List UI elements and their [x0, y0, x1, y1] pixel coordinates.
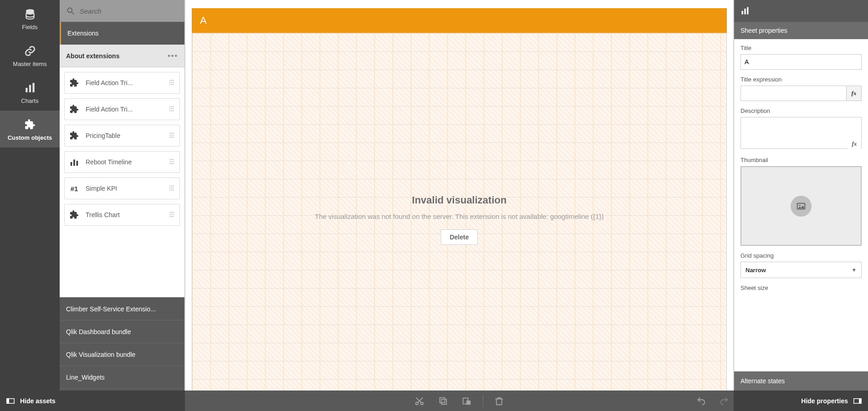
bundle-item[interactable]: Climber Self-Service Extensio... [60, 297, 184, 320]
extension-item[interactable]: Reboot Timeline [64, 151, 180, 173]
svg-point-43 [173, 161, 174, 162]
panel-left-icon [6, 398, 15, 404]
title-label: Title [740, 45, 862, 51]
extension-name: Simple KPI [86, 185, 162, 192]
drag-handle-icon[interactable] [168, 185, 175, 193]
nav-master-items[interactable]: Master items [0, 37, 60, 74]
sheet-properties-header[interactable]: Sheet properties [734, 22, 868, 39]
svg-point-61 [173, 213, 174, 214]
description-group: Description fx [740, 107, 862, 150]
nav-charts-label: Charts [21, 97, 38, 104]
extension-item[interactable]: Field Action Tri... [64, 98, 180, 120]
svg-point-46 [173, 163, 174, 164]
extension-item[interactable]: PricingTable [64, 125, 180, 147]
svg-point-8 [169, 80, 170, 81]
svg-point-31 [173, 134, 174, 135]
hide-assets-button[interactable]: Hide assets [0, 391, 185, 411]
drag-handle-icon[interactable] [168, 211, 175, 219]
about-extensions-label: About extensions [66, 52, 119, 60]
svg-point-23 [169, 110, 170, 111]
alternate-states-row[interactable]: Alternate states [734, 371, 868, 391]
chevron-down-icon: ▼ [852, 267, 857, 273]
svg-point-49 [173, 185, 174, 186]
properties-header [734, 0, 868, 22]
description-input[interactable] [740, 117, 862, 149]
description-label: Description [740, 107, 862, 114]
hash-icon: #1 [69, 183, 79, 193]
puzzle-icon [69, 131, 79, 141]
assets-panel: Extensions About extensions ••• Field Ac… [60, 0, 185, 411]
svg-rect-1 [26, 88, 27, 92]
title-field-group: Title [740, 45, 862, 70]
description-wrap: fx [740, 117, 862, 150]
svg-point-10 [173, 80, 174, 81]
barchart-icon [740, 6, 750, 15]
svg-point-51 [171, 187, 172, 188]
drag-handle-icon[interactable] [168, 106, 175, 113]
svg-point-27 [171, 132, 172, 133]
paste-icon[interactable] [462, 396, 472, 406]
properties-body: Title Title expression fx Description fx… [734, 39, 868, 371]
svg-point-60 [171, 213, 172, 214]
svg-point-22 [173, 108, 174, 109]
fx-button[interactable]: fx [846, 86, 862, 101]
svg-point-62 [169, 216, 170, 217]
extension-item[interactable]: Field Action Tri... [64, 72, 180, 94]
fx-button[interactable]: fx [848, 138, 861, 150]
svg-point-26 [169, 132, 170, 133]
drag-handle-icon[interactable] [168, 132, 175, 140]
svg-point-9 [171, 80, 172, 81]
invalid-visualization: Invalid visualization The visualization … [315, 194, 603, 245]
svg-point-63 [171, 216, 172, 217]
extension-item[interactable]: Trellis Chart [64, 204, 180, 226]
svg-rect-65 [742, 11, 743, 15]
nav-charts[interactable]: Charts [0, 74, 60, 111]
extension-item[interactable]: #1 Simple KPI [64, 178, 180, 199]
database-icon [24, 8, 36, 20]
svg-rect-2 [29, 85, 31, 92]
drag-handle-icon[interactable] [168, 79, 175, 87]
svg-rect-37 [77, 161, 78, 166]
about-extensions-row[interactable]: About extensions ••• [60, 45, 184, 67]
bundle-item[interactable]: Line_Widgets [60, 365, 184, 388]
sheet-grid[interactable]: Invalid visualization The visualization … [192, 33, 727, 406]
bundle-item[interactable]: Qlik Dashboard bundle [60, 320, 184, 343]
redo-icon[interactable] [719, 396, 729, 406]
grid-spacing-select[interactable]: Narrow ▼ [740, 262, 862, 278]
svg-point-17 [169, 106, 170, 107]
svg-point-21 [171, 108, 172, 109]
bundle-item[interactable]: Qlik Visualization bundle [60, 343, 184, 365]
svg-rect-75 [441, 399, 446, 404]
svg-point-44 [169, 163, 170, 164]
title-expr-label: Title expression [740, 76, 862, 83]
drag-handle-icon[interactable] [168, 158, 175, 166]
title-expr-wrap: fx [740, 86, 862, 101]
svg-point-58 [173, 212, 174, 213]
title-expr-input[interactable] [740, 86, 846, 101]
search-icon [66, 6, 75, 15]
delete-button[interactable]: Delete [441, 229, 477, 245]
nav-custom-objects[interactable]: Custom objects [0, 111, 60, 147]
extension-name: PricingTable [86, 132, 162, 139]
svg-point-56 [169, 212, 170, 213]
grid-spacing-group: Grid spacing Narrow ▼ [740, 252, 862, 278]
search-bar [60, 0, 184, 22]
cut-icon[interactable] [414, 396, 424, 406]
svg-point-18 [171, 106, 172, 107]
trash-icon[interactable] [494, 396, 504, 406]
thumbnail-picker[interactable] [740, 166, 862, 246]
hide-properties-button[interactable]: Hide properties [734, 391, 868, 411]
undo-icon[interactable] [696, 396, 706, 406]
title-expr-group: Title expression fx [740, 76, 862, 101]
title-input[interactable] [740, 54, 862, 70]
extensions-row[interactable]: Extensions [60, 22, 184, 45]
svg-rect-80 [7, 398, 9, 403]
nav-fields[interactable]: Fields [0, 0, 60, 37]
nav-custom-label: Custom objects [8, 134, 52, 141]
more-icon[interactable]: ••• [168, 52, 178, 60]
svg-point-52 [173, 187, 174, 188]
canvas-area: A Invalid visualization The visualizatio… [185, 0, 734, 411]
copy-icon[interactable] [438, 396, 448, 406]
search-input[interactable] [80, 7, 178, 15]
svg-point-64 [173, 216, 174, 217]
